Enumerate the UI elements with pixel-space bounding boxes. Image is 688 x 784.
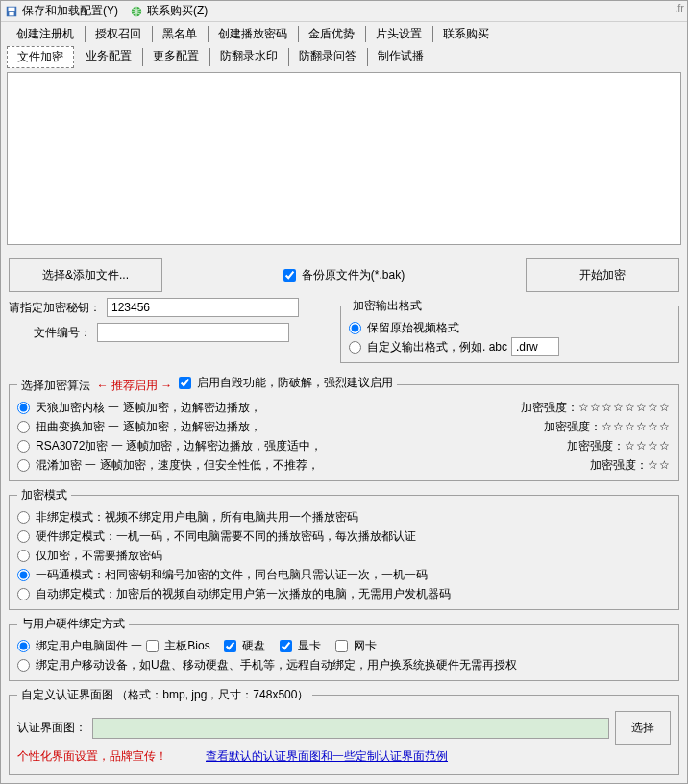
mode-radio-1[interactable]: 硬件绑定模式：一机一码，不同电脑需要不同的播放密码，每次播放都认证 [17, 527, 416, 546]
tab-防翻录问答[interactable]: 防翻录问答 [289, 46, 366, 68]
algo-strength-0: 加密强度：☆☆☆☆☆☆☆☆ [521, 398, 671, 417]
menu-contact-label: 联系购买(Z) [147, 3, 208, 19]
menu-contact[interactable]: 联系购买(Z) [130, 3, 208, 19]
mode-text-0: 非绑定模式：视频不绑定用户电脑，所有电脑共用一个播放密码 [36, 507, 358, 527]
algo-text-0: 天狼加密内核 一 逐帧加密，边解密边播放， [36, 398, 261, 417]
tab-金盾优势[interactable]: 金盾优势 [299, 24, 364, 44]
mode-radio-3[interactable]: 一码通模式：相同密钥和编号加密的文件，同台电脑只需认证一次，一机一码 [17, 565, 428, 584]
algo-input-3[interactable] [17, 459, 30, 472]
tab-联系购买[interactable]: 联系购买 [433, 24, 499, 44]
hw-mobile-radio[interactable]: 绑定用户移动设备，如U盘、移动硬盘、手机等，远程自动绑定，用户换系统换硬件无需再… [17, 655, 517, 674]
output-keep-radio[interactable]: 保留原始视频格式 [349, 318, 459, 337]
hw-gpu-input[interactable] [280, 640, 292, 652]
output-keep-label: 保留原始视频格式 [367, 318, 459, 337]
tab-片头设置[interactable]: 片头设置 [366, 24, 431, 44]
mode-text-4: 自动绑定模式：加密后的视频自动绑定用户第一次播放的电脑，无需用户发机器码 [36, 584, 451, 603]
mode-input-2[interactable] [17, 550, 30, 562]
tab-业务配置[interactable]: 业务配置 [76, 46, 141, 68]
hw-bios-checkbox[interactable]: 主板Bios [146, 636, 209, 655]
hw-bios-input[interactable] [146, 640, 159, 652]
globe-icon [130, 5, 143, 18]
mode-input-0[interactable] [17, 511, 30, 524]
mode-input-4[interactable] [17, 588, 30, 600]
backup-checkbox[interactable]: 备份原文件为(*.bak) [283, 267, 405, 283]
mode-input-1[interactable] [17, 530, 30, 543]
mode-input-3[interactable] [17, 569, 30, 581]
output-custom-radio[interactable]: 自定义输出格式，例如. abc [349, 337, 507, 356]
authimg-label: 认证界面图： [17, 720, 86, 736]
mode-radio-4[interactable]: 自动绑定模式：加密后的视频自动绑定用户第一次播放的电脑，无需用户发机器码 [17, 584, 451, 603]
backup-checkbox-input[interactable] [283, 269, 296, 282]
authimg-choose-button[interactable]: 选择 [615, 711, 671, 745]
key-input[interactable] [107, 298, 299, 317]
key-label: 请指定加密秘钥： [9, 300, 101, 316]
tab-更多配置[interactable]: 更多配置 [143, 46, 209, 68]
algo-input-2[interactable] [17, 440, 30, 453]
mode-radio-0[interactable]: 非绑定模式：视频不绑定用户电脑，所有电脑共用一个播放密码 [17, 507, 358, 527]
mode-radio-2[interactable]: 仅加密，不需要播放密码 [17, 546, 162, 565]
algo-radio-3[interactable]: 混淆加密 一 逐帧加密，速度快，但安全性低，不推荐， [17, 455, 319, 475]
hw-hdd-input[interactable] [224, 640, 236, 652]
algo-input-1[interactable] [17, 421, 30, 433]
hw-fieldset: 与用户硬件绑定方式 绑定用户电脑固件 一 主板Bios 硬盘 显卡 网卡 绑定用… [9, 616, 679, 681]
mode-text-1: 硬件绑定模式：一机一码，不同电脑需要不同的播放密码，每次播放都认证 [36, 527, 416, 546]
output-ext-input[interactable] [511, 337, 559, 356]
mode-text-2: 仅加密，不需要播放密码 [36, 546, 162, 565]
svg-rect-1 [9, 7, 15, 11]
authimg-input[interactable] [92, 718, 609, 739]
tab-防翻录水印[interactable]: 防翻录水印 [210, 46, 287, 68]
mode-fieldset: 加密模式 非绑定模式：视频不绑定用户电脑，所有电脑共用一个播放密码硬件绑定模式：… [9, 487, 679, 610]
tab-创建播放密码[interactable]: 创建播放密码 [209, 24, 297, 44]
tab-制作试播[interactable]: 制作试播 [368, 46, 433, 68]
hw-gpu-checkbox[interactable]: 显卡 [280, 636, 321, 655]
algo-text-3: 混淆加密 一 逐帧加密，速度快，但安全性低，不推荐， [36, 455, 319, 475]
output-keep-input[interactable] [349, 322, 361, 334]
file-list-area[interactable] [7, 72, 681, 245]
self-destroy-input[interactable] [179, 377, 191, 389]
algo-radio-1[interactable]: 扭曲变换加密 一 逐帧加密，边解密边播放， [17, 417, 261, 436]
tab-授权召回[interactable]: 授权召回 [86, 24, 151, 44]
algo-radio-2[interactable]: RSA3072加密 一 逐帧加密，边解密边播放，强度适中， [17, 436, 322, 455]
start-encrypt-button[interactable]: 开始加密 [526, 258, 679, 292]
hw-legend: 与用户硬件绑定方式 [17, 616, 129, 632]
algo-legend-text: 选择加密算法 [21, 379, 90, 392]
output-custom-input[interactable] [349, 341, 361, 354]
hw-gpu-label: 显卡 [298, 636, 321, 655]
svg-rect-2 [9, 12, 13, 15]
algo-strength-1: 加密强度：☆☆☆☆☆☆ [544, 417, 671, 436]
output-legend: 加密输出格式 [349, 298, 426, 314]
select-files-button[interactable]: 选择&添加文件... [9, 258, 162, 292]
tab-row-2: 文件加密业务配置更多配置防翻录水印防翻录问答制作试播 [1, 44, 687, 68]
hw-nic-label: 网卡 [354, 636, 377, 655]
menu-bar: 保存和加载配置(Y) 联系购买(Z) [1, 1, 687, 22]
tab-黑名单[interactable]: 黑名单 [153, 24, 207, 44]
hw-nic-checkbox[interactable]: 网卡 [335, 636, 377, 655]
fileno-label: 文件编号： [34, 325, 91, 341]
tab-文件加密[interactable]: 文件加密 [7, 46, 74, 68]
tab-创建注册机[interactable]: 创建注册机 [7, 24, 84, 44]
hw-firmware-radio[interactable]: 绑定用户电脑固件 一 [17, 636, 142, 655]
hw-nic-input[interactable] [335, 640, 348, 652]
menu-save-load-label: 保存和加载配置(Y) [22, 3, 118, 19]
mode-text-3: 一码通模式：相同密钥和编号加密的文件，同台电脑只需认证一次，一机一码 [36, 565, 428, 584]
hw-bios-label: 主板Bios [164, 636, 209, 655]
algo-text-1: 扭曲变换加密 一 逐帧加密，边解密边播放， [36, 417, 261, 436]
fileno-input[interactable] [97, 323, 289, 342]
authimg-fieldset: 自定义认证界面图 （格式：bmp, jpg，尺寸：748x500） 认证界面图：… [9, 687, 679, 775]
hw-mobile-input[interactable] [17, 659, 30, 672]
authimg-legend: 自定义认证界面图 （格式：bmp, jpg，尺寸：748x500） [17, 687, 312, 703]
algo-fieldset: 选择加密算法 ← 推荐启用 → 启用自毁功能，防破解，强烈建议启用 天狼加密内核… [9, 375, 679, 481]
hw-hdd-label: 硬盘 [242, 636, 265, 655]
authimg-example-link[interactable]: 查看默认的认证界面图和一些定制认证界面范例 [206, 748, 448, 765]
window-corner-hint: .fr [675, 2, 684, 13]
tab-row-1: 创建注册机授权召回黑名单创建播放密码金盾优势片头设置联系购买 [1, 22, 687, 44]
authimg-tip: 个性化界面设置，品牌宣传！ [17, 748, 167, 765]
algo-input-0[interactable] [17, 402, 30, 414]
hw-firmware-input[interactable] [17, 640, 30, 652]
self-destroy-checkbox[interactable]: 启用自毁功能，防破解，强烈建议启用 [179, 375, 393, 391]
menu-save-load[interactable]: 保存和加载配置(Y) [5, 3, 118, 19]
hw-hdd-checkbox[interactable]: 硬盘 [224, 636, 265, 655]
algo-strength-3: 加密强度：☆☆ [590, 455, 671, 475]
algo-text-2: RSA3072加密 一 逐帧加密，边解密边播放，强度适中， [36, 436, 322, 455]
algo-radio-0[interactable]: 天狼加密内核 一 逐帧加密，边解密边播放， [17, 398, 261, 417]
